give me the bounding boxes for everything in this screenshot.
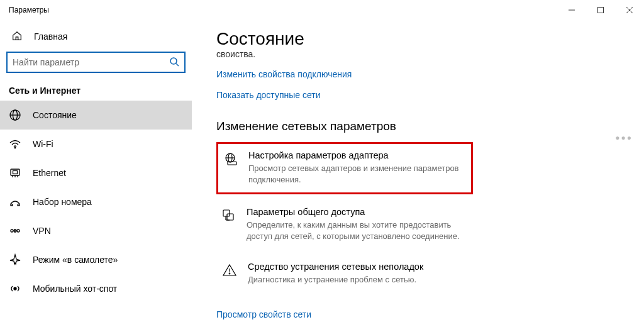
sidebar-item-airplane[interactable]: Режим «в самолете» [0, 245, 192, 274]
option-sharing[interactable]: Параметры общего доступа Определите, к к… [216, 201, 473, 249]
sidebar-item-ethernet[interactable]: Ethernet [0, 158, 192, 187]
link-change-properties[interactable]: Изменить свойства подключения [216, 69, 352, 79]
ethernet-icon [9, 167, 21, 179]
window-title: Параметры [9, 6, 49, 14]
hotspot-icon [9, 282, 21, 295]
option-desc: Диагностика и устранение проблем с сетью… [248, 274, 423, 285]
link-view-properties[interactable]: Просмотр свойств сети [216, 309, 311, 319]
sidebar-home[interactable]: Главная [0, 24, 192, 49]
svg-point-4 [170, 58, 177, 64]
svg-point-15 [11, 230, 13, 232]
search-input[interactable]: Найти параметр [6, 52, 186, 73]
sidebar-item-wifi[interactable]: Wi-Fi [0, 130, 192, 158]
page-title: Состояние [216, 29, 644, 49]
sidebar-item-label: Ethernet [33, 168, 66, 178]
svg-point-19 [14, 287, 16, 290]
search-placeholder: Найти параметр [13, 57, 169, 67]
sidebar-item-label: Мобильный хот-спот [33, 284, 117, 294]
sidebar-category: Сеть и Интернет [9, 86, 192, 96]
search-icon [169, 57, 179, 69]
option-troubleshoot[interactable]: Средство устранения сетевых неполадок Ди… [216, 255, 473, 293]
svg-rect-14 [13, 171, 18, 174]
svg-point-9 [14, 147, 16, 148]
sidebar-home-label: Главная [34, 31, 67, 42]
option-adapter-settings[interactable]: Настройка параметров адаптера Просмотр с… [216, 142, 473, 194]
sidebar-item-label: Набор номера [33, 197, 92, 207]
dialup-icon [9, 196, 21, 208]
option-title: Настройка параметров адаптера [248, 150, 462, 160]
close-button[interactable] [615, 0, 644, 20]
scroll-indicator: ●●● [615, 133, 633, 142]
wifi-icon [9, 138, 21, 150]
maximize-icon [597, 7, 604, 13]
option-title: Параметры общего доступа [247, 207, 464, 217]
main-content: Состояние своиства. Изменить свойства по… [192, 20, 644, 327]
minimize-icon [569, 7, 575, 13]
title-bar: Параметры [0, 0, 644, 20]
warning-icon [221, 262, 238, 285]
sidebar-item-vpn[interactable]: VPN [0, 216, 192, 245]
section-heading: Изменение сетевых параметров [216, 119, 644, 133]
svg-point-29 [229, 273, 230, 274]
sidebar-item-hotspot[interactable]: Мобильный хот-спот [0, 274, 192, 303]
maximize-button[interactable] [586, 0, 615, 20]
sidebar-item-status[interactable]: Состояние [0, 101, 192, 130]
link-show-networks[interactable]: Показать доступные сети [216, 90, 321, 100]
cutoff-text: своиства. [216, 49, 644, 59]
sidebar-item-label: Wi-Fi [33, 139, 53, 149]
globe-icon [9, 109, 21, 121]
sharing-icon [221, 207, 236, 241]
sidebar-item-label: Режим «в самолете» [33, 255, 118, 265]
option-title: Средство устранения сетевых неполадок [248, 262, 423, 272]
svg-rect-25 [227, 214, 233, 220]
home-icon [11, 30, 23, 43]
vpn-icon [9, 224, 21, 237]
minimize-button[interactable] [557, 0, 586, 20]
sidebar: Главная Найти параметр Сеть и Интернет С… [0, 20, 192, 327]
close-icon [626, 7, 633, 13]
option-desc: Определите, к каким данным вы хотите пре… [247, 219, 464, 241]
svg-line-5 [176, 64, 179, 66]
svg-rect-1 [598, 8, 604, 13]
option-desc: Просмотр сетевых адаптеров и изменение п… [248, 163, 462, 185]
svg-point-16 [17, 230, 19, 232]
globe-stack-icon [223, 150, 238, 185]
svg-rect-24 [223, 210, 230, 216]
svg-rect-10 [11, 169, 19, 175]
sidebar-item-label: VPN [33, 226, 51, 236]
airplane-icon [9, 253, 21, 266]
sidebar-item-dialup[interactable]: Набор номера [0, 187, 192, 216]
sidebar-item-label: Состояние [33, 110, 77, 120]
